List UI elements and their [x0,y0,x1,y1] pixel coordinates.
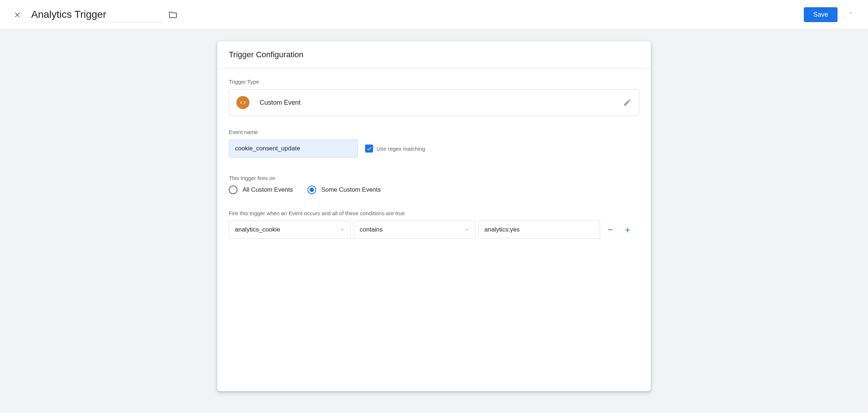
folder-icon [168,10,178,20]
content-area: Trigger Configuration Trigger Type Custo… [0,30,868,413]
edit-trigger-type-button[interactable] [623,98,632,107]
condition-operator-value: contains [360,226,383,233]
radio-dot-icon [310,188,314,192]
regex-checkbox-wrap: Use regex matching [365,145,425,153]
event-name-row: Use regex matching [229,139,639,158]
conditions-label: Fire this trigger when an Event occurs a… [229,210,639,216]
radio-all-label: All Custom Events [243,186,293,193]
add-condition-button[interactable]: + [620,222,635,237]
folder-button[interactable] [168,10,178,20]
condition-variable-value: analytics_cookie [235,226,280,233]
more-vert-icon [847,11,855,19]
radio-all-events[interactable]: All Custom Events [229,185,293,194]
pencil-icon [623,98,632,107]
regex-checkbox-label: Use regex matching [377,146,425,152]
radio-some-events[interactable]: Some Custom Events [307,185,381,194]
check-icon [366,146,372,151]
trigger-type-label: Trigger Type [229,79,639,85]
dialog-header: Save [0,0,868,30]
event-name-label: Event name [229,129,639,135]
close-button[interactable] [9,6,26,24]
more-options-button[interactable] [842,6,859,24]
trigger-config-card: Trigger Configuration Trigger Type Custo… [217,41,651,391]
card-body: Trigger Type Custom Event Event name Use… [217,68,651,253]
condition-operator-select[interactable]: contains [354,221,475,239]
chevron-down-icon [465,228,469,232]
radio-circle-selected-icon [307,185,316,194]
event-name-input[interactable] [229,139,358,158]
remove-condition-button[interactable]: − [603,222,617,237]
regex-checkbox[interactable] [365,145,373,153]
trigger-type-selector[interactable]: Custom Event [229,89,639,116]
radio-some-label: Some Custom Events [321,186,381,193]
trigger-type-name: Custom Event [260,99,623,107]
radio-circle-icon [229,185,237,194]
chevron-down-icon [340,228,344,232]
fires-on-radio-group: All Custom Events Some Custom Events [229,185,639,194]
condition-variable-select[interactable]: analytics_cookie [229,221,351,239]
condition-value-input[interactable] [478,221,600,239]
card-header: Trigger Configuration [217,41,651,68]
condition-row: analytics_cookie contains − + [229,221,639,239]
card-title: Trigger Configuration [229,50,639,59]
code-icon [240,99,246,106]
close-icon [13,11,21,19]
fires-on-label: This trigger fires on [229,175,639,181]
custom-event-icon [236,96,249,109]
trigger-name-input[interactable] [30,7,162,22]
save-button[interactable]: Save [804,7,838,22]
